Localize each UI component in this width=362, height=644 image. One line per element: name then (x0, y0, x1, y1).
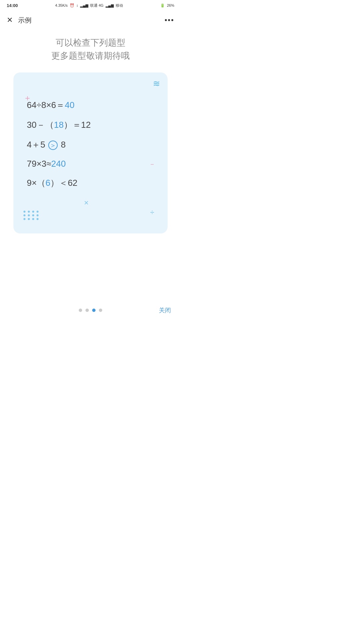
answer-2: 18 (54, 120, 64, 130)
battery-icon: 🔋 (160, 3, 165, 8)
headline: 可以检查下列题型 更多题型敬请期待哦 (51, 36, 130, 62)
problem-5: 9×（6）＜62 (27, 177, 154, 189)
carrier2-label: 移动 (116, 3, 123, 8)
minus-decoration: － (149, 160, 156, 169)
signal-bars2: ▂▄▆ (106, 3, 114, 8)
answer-5: 6 (46, 178, 50, 188)
status-center: 4.35K/s ⏰ ↕ ▂▄▆ 联通 4G ▂▄▆ 移动 (55, 3, 123, 8)
more-options-button[interactable]: ••• (165, 16, 174, 24)
network-speed: 4.35K/s (55, 3, 68, 7)
pagination (79, 309, 102, 312)
close-x-button[interactable]: ✕ (7, 16, 13, 24)
answer-4: 240 (51, 159, 66, 169)
problems-list: 64÷8×6＝40 30－（18）＝12 4＋5 ＞ 8 79×3≈240 9×… (27, 99, 154, 189)
status-bar: 14:00 4.35K/s ⏰ ↕ ▂▄▆ 联通 4G ▂▄▆ 移动 🔋 26% (0, 0, 181, 11)
carrier-label: 联通 4G (90, 3, 104, 8)
plus-decoration: ＋ (23, 93, 32, 103)
headline-line2: 更多题型敬请期待哦 (51, 49, 130, 62)
problem-2: 30－（18）＝12 (27, 119, 154, 131)
example-card: ≋ ＋ － ÷ ✕ 64÷8×6＝40 30－（18）＝12 4＋5 ＞ 8 (13, 72, 168, 233)
alarm-icon: ⏰ (70, 3, 74, 8)
close-button[interactable]: 关闭 (159, 306, 171, 314)
pagination-dot-4[interactable] (99, 309, 102, 312)
dots-decoration (23, 211, 39, 220)
problem-1: 64÷8×6＝40 (27, 99, 154, 111)
wave-decoration: ≋ (153, 78, 160, 89)
bottom-bar: 关闭 (0, 309, 181, 312)
divide-decoration: ÷ (150, 208, 154, 217)
top-left: ✕ 示例 (7, 16, 32, 25)
pagination-dot-3[interactable] (92, 309, 96, 312)
top-bar: ✕ 示例 ••• (0, 11, 181, 30)
signal-bars: ▂▄▆ (80, 3, 88, 8)
answer-1: 40 (65, 100, 74, 110)
status-right: 🔋 26% (160, 3, 174, 8)
problem-4: 79×3≈240 (27, 159, 154, 169)
signal-icon: ↕ (76, 3, 78, 7)
battery-level: 26% (167, 3, 174, 7)
status-time: 14:00 (7, 3, 18, 8)
problem-3: 4＋5 ＞ 8 (27, 139, 154, 151)
cross-decoration: ✕ (84, 199, 89, 207)
circled-greater: ＞ (48, 141, 58, 150)
main-content: 可以检查下列题型 更多题型敬请期待哦 ≋ ＋ － ÷ ✕ 64÷8×6＝40 3… (0, 30, 181, 240)
pagination-dot-1[interactable] (79, 309, 82, 312)
page-title: 示例 (18, 16, 32, 25)
pagination-dot-2[interactable] (85, 309, 89, 312)
headline-line1: 可以检查下列题型 (51, 36, 130, 49)
